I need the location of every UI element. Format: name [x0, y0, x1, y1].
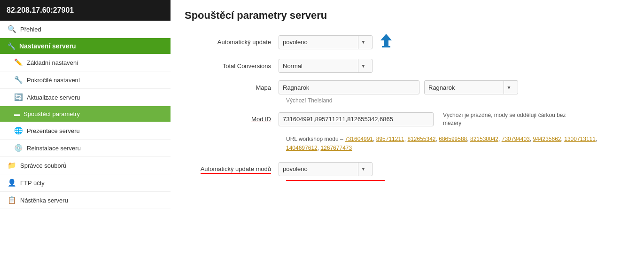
automaticky-update-select[interactable]: povoleno ▼	[279, 35, 372, 49]
chevron-down-icon: ▼	[358, 59, 368, 72]
search-icon: 🔍	[8, 25, 16, 33]
automaticky-update-modu-value: povoleno	[283, 165, 355, 172]
mod-id-controls: Výchozí je prázdné, mody se oddělují čár…	[279, 111, 630, 127]
sidebar-item-label: Přehled	[20, 26, 41, 33]
total-conversions-select[interactable]: Normal ▼	[279, 59, 372, 73]
sidebar-item-label: Správce souborů	[20, 162, 66, 169]
sidebar-item-label: Základní nastavení	[27, 59, 78, 66]
globe-icon: 🌐	[14, 126, 23, 135]
chevron-down-icon: ▼	[358, 163, 368, 176]
mapa-input[interactable]	[279, 80, 419, 94]
url-workshop-link[interactable]: 944235662	[533, 136, 561, 142]
upload-icon[interactable]	[379, 33, 393, 51]
mapa-select-value: Ragnarok	[428, 84, 501, 91]
svg-rect-1	[382, 46, 390, 47]
mod-id-hint: Výchozí je prázdné, mody se oddělují čár…	[443, 111, 566, 127]
automaticky-update-value: povoleno	[283, 39, 355, 46]
url-workshop-section: URL workshop modu – 731604991, 895711211…	[286, 135, 630, 153]
mapa-label: Mapa	[185, 84, 279, 91]
refresh-icon: 🔄	[14, 93, 23, 101]
sidebar-item-pokrocile-nastaveni[interactable]: 🔧 Pokročilé nastavení	[0, 71, 171, 89]
sidebar-section-nastaveni[interactable]: 🔧 Nastavení serveru	[0, 38, 171, 54]
wrench-icon: 🔧	[8, 42, 16, 50]
sidebar-item-reinstalace-serveru[interactable]: 💿 Reinstalace serveru	[0, 140, 171, 157]
total-conversions-controls: Normal ▼	[279, 59, 630, 73]
auto-update-mods-label-text: Automatický update modů	[201, 165, 271, 172]
url-workshop-link[interactable]: 1300713111	[564, 136, 596, 142]
board-icon: 📋	[8, 196, 16, 204]
mod-id-input[interactable]	[279, 112, 434, 126]
total-conversions-label: Total Conversions	[185, 62, 279, 70]
url-workshop-link[interactable]: 821530042	[470, 136, 498, 142]
sidebar-item-prezentace-serveru[interactable]: 🌐 Prezentace serveru	[0, 122, 171, 140]
svg-marker-0	[380, 34, 392, 46]
url-workshop-link[interactable]: 895711211	[376, 136, 404, 142]
mod-id-label-text: Mod ID	[251, 116, 271, 123]
url-workshop-link[interactable]: 730794403	[502, 136, 530, 142]
sidebar: 82.208.17.60:27901 🔍 Přehled 🔧 Nastavení…	[0, 0, 171, 257]
url-workshop-link[interactable]: 731604991	[345, 136, 373, 142]
server-address: 82.208.17.60:27901	[7, 6, 74, 15]
params-icon: ▬	[14, 111, 20, 117]
red-underline-decoration	[201, 173, 271, 174]
automaticky-update-modu-row: Automatický update modů povoleno ▼	[185, 162, 630, 176]
chevron-down-icon: ▼	[504, 81, 514, 94]
automaticky-update-label: Automatický update	[185, 39, 279, 46]
mapa-row: Mapa Ragnarok ▼	[185, 80, 630, 94]
url-workshop-link[interactable]: 812655342	[407, 136, 435, 142]
sidebar-item-label: Reinstalace serveru	[27, 145, 81, 152]
sidebar-navigation: 🔍 Přehled 🔧 Nastavení serveru ✏️ Základn…	[0, 21, 171, 257]
sidebar-item-label: Pokročilé nastavení	[27, 77, 80, 84]
automaticky-update-row: Automatický update povoleno ▼	[185, 33, 630, 51]
url-workshop-prefix: URL workshop modu –	[286, 136, 343, 142]
wrench-icon: 🔧	[14, 76, 23, 84]
automaticky-update-modu-label: Automatický update modů	[185, 165, 279, 172]
page-title: Spouštěcí parametry serveru	[185, 9, 630, 22]
chevron-down-icon: ▼	[358, 36, 368, 49]
total-conversions-row: Total Conversions Normal ▼	[185, 59, 630, 73]
url-workshop-link[interactable]: 686599588	[439, 136, 467, 142]
mod-id-row: Mod ID Výchozí je prázdné, mody se odděl…	[185, 111, 630, 127]
red-bottom-line	[286, 180, 385, 181]
total-conversions-value: Normal	[283, 62, 355, 70]
disc-icon: 💿	[14, 144, 23, 152]
folder-icon: 📁	[8, 161, 16, 170]
user-icon: 👤	[8, 179, 16, 187]
url-workshop-link[interactable]: 1404697612	[286, 145, 318, 151]
sidebar-header: 82.208.17.60:27901	[0, 0, 171, 21]
sidebar-item-label: Nástěnka serveru	[20, 197, 68, 204]
sidebar-item-prehled[interactable]: 🔍 Přehled	[0, 21, 171, 38]
automaticky-update-modu-controls: povoleno ▼	[279, 162, 630, 176]
mapa-select[interactable]: Ragnarok ▼	[424, 80, 518, 94]
sidebar-item-nastenka-serveru[interactable]: 📋 Nástěnka serveru	[0, 192, 171, 209]
sidebar-item-label: Prezentace serveru	[27, 127, 80, 134]
sidebar-item-label: Spouštěcí parametry	[23, 110, 80, 117]
sidebar-item-spravce-souboru[interactable]: 📁 Správce souborů	[0, 157, 171, 174]
mapa-controls: Ragnarok ▼	[279, 80, 630, 94]
automaticky-update-controls: povoleno ▼	[279, 33, 630, 51]
mapa-sub-hint: Výchozí TheIsland	[279, 97, 630, 104]
sidebar-item-zakladni-nastaveni[interactable]: ✏️ Základní nastavení	[0, 54, 171, 71]
sidebar-item-aktualizace-serveru[interactable]: 🔄 Aktualizace serveru	[0, 89, 171, 106]
pencil-icon: ✏️	[14, 58, 23, 67]
automaticky-update-modu-select[interactable]: povoleno ▼	[279, 162, 372, 176]
sidebar-item-ftp-ucty[interactable]: 👤 FTP účty	[0, 174, 171, 192]
sidebar-item-label: FTP účty	[20, 179, 45, 187]
sidebar-item-spousteci-parametry[interactable]: ▬ Spouštěcí parametry	[0, 106, 171, 122]
sidebar-section-label: Nastavení serveru	[19, 42, 76, 50]
url-workshop-link[interactable]: 1267677473	[320, 145, 352, 151]
mod-id-label: Mod ID	[185, 116, 279, 123]
sidebar-item-label: Aktualizace serveru	[27, 94, 80, 101]
main-content: Spouštěcí parametry serveru Automatický …	[171, 0, 644, 257]
